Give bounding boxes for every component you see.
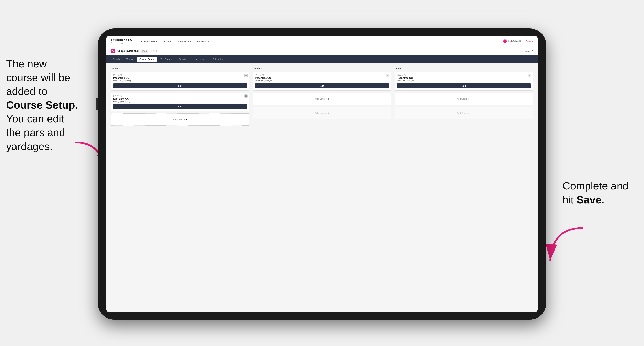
add-course-r1-label: Add Course (173, 118, 185, 121)
round-3-header: Round 3 (394, 67, 533, 70)
round-1-header: Round 1 (111, 67, 250, 70)
annotation-line3: added to (6, 85, 47, 97)
course-a-r1-delete[interactable]: ⊟ (244, 74, 248, 77)
navbar-links: TOURNAMENTS TEAMS COMMITTEE RANKINGS (138, 40, 503, 42)
course-b-r1-delete[interactable]: ⊟ (244, 94, 248, 98)
user-email: blair@clippd.io (508, 40, 522, 42)
add-course-r2-label: Add Course (315, 98, 327, 100)
course-b-r1-edit[interactable]: Edit (113, 104, 247, 109)
course-b-r1-tee: Black (M) (6891 yds) (113, 101, 247, 103)
course-card-a-r2: (Course A) Peachtree GC Yellow (M) (6629… (253, 72, 391, 91)
user-avatar (503, 39, 507, 43)
cancel-area[interactable]: Cancel ✕ (524, 50, 533, 52)
add-course-r3-plus: + (469, 97, 471, 100)
annotation-line2: course will be (6, 72, 70, 83)
annotation-line1: The new (6, 58, 47, 70)
tab-results[interactable]: Results (176, 57, 189, 62)
add-course-r3-disabled-label: Add Course (457, 112, 468, 114)
tablet-device: SCOREBOARD Powered by clippd TOURNAMENTS… (98, 28, 546, 320)
course-a-r3-edit[interactable]: Edit (397, 83, 531, 88)
add-course-r3-disabled-plus: + (469, 112, 471, 115)
brand: SCOREBOARD Powered by clippd (111, 39, 132, 44)
tournament-logo: C (111, 49, 115, 53)
annotation-right-line1: Complete and (562, 180, 628, 192)
nav-tournaments[interactable]: TOURNAMENTS (138, 40, 157, 42)
round-1-column: Round 1 (Course A) Peachtree GC Yellow (… (111, 67, 250, 128)
course-b-r1-label: (Course B) (113, 95, 247, 97)
course-a-r3-delete[interactable]: ⊟ (528, 74, 531, 77)
annotation-bold: Course Setup. (6, 99, 78, 111)
course-card-a-r3: (Course A) Peachtree GC Yellow (M) (6629… (394, 72, 533, 91)
course-a-r1-label: (Course A) (113, 74, 247, 76)
navbar: SCOREBOARD Powered by clippd TOURNAMENTS… (106, 36, 538, 47)
annotation-line6: yardages. (6, 141, 52, 152)
brand-name: SCOREBOARD (111, 39, 132, 42)
add-course-r1[interactable]: Add Course + (111, 113, 250, 126)
round-2-header: Round 2 (253, 67, 391, 70)
course-b-r1-name: East Lake GC (113, 97, 247, 100)
hosting-status: Hosting (150, 50, 157, 52)
course-card-b-r1: (Course B) East Lake GC Black (M) (6891 … (111, 93, 250, 111)
add-course-r2-disabled: Add Course + (253, 107, 391, 119)
course-a-r3-label: (Course A) (397, 74, 531, 76)
add-course-r2-plus: + (328, 97, 329, 100)
course-a-r2-delete[interactable]: ⊟ (386, 74, 390, 77)
tab-tee-groups[interactable]: Tee Groups (158, 57, 175, 62)
right-annotation: Complete and hit Save. (562, 179, 638, 207)
tab-printables[interactable]: Printables (210, 57, 226, 62)
course-a-r2-edit[interactable]: Edit (255, 83, 389, 88)
course-a-r3-tee: Yellow (M) (6629 yds) (397, 80, 531, 82)
tournament-info: C Clippd Invitational (Men) Hosting (111, 49, 157, 53)
tournament-name: Clippd Invitational (118, 50, 138, 52)
add-course-r3-disabled: Add Course + (394, 107, 533, 119)
sub-navigation: Details Teams Course Setup Tee Groups Re… (106, 55, 538, 63)
sign-out-link[interactable]: Sign out (526, 40, 533, 42)
add-course-r2-disabled-label: Add Course (315, 112, 327, 114)
add-course-r3-label: Add Course (457, 98, 468, 100)
annotation-right-line2: hit (562, 194, 576, 205)
main-content: Round 1 (Course A) Peachtree GC Yellow (… (106, 63, 538, 312)
course-a-r1-tee: Yellow (M) (6629 yds) (113, 80, 247, 82)
cancel-label: Cancel (524, 50, 530, 52)
tab-leaderboards[interactable]: Leaderboards (190, 57, 209, 62)
arrow-right-icon (542, 224, 587, 269)
course-a-r2-name: Peachtree GC (255, 77, 389, 79)
add-course-r3[interactable]: Add Course + (394, 93, 533, 105)
annotation-line5: the pars and (6, 127, 65, 138)
rounds-grid: Round 1 (Course A) Peachtree GC Yellow (… (111, 67, 533, 128)
course-a-r3-name: Peachtree GC (397, 77, 531, 79)
course-a-r1-edit[interactable]: Edit (113, 83, 247, 88)
brand-sub: Powered by clippd (111, 42, 132, 44)
annotation-right-bold: Save. (576, 194, 604, 205)
tab-details[interactable]: Details (110, 57, 123, 62)
nav-separator: | (524, 40, 524, 42)
add-course-r2[interactable]: Add Course + (253, 93, 391, 105)
nav-rankings[interactable]: RANKINGS (197, 40, 209, 42)
course-a-r2-label: (Course A) (255, 74, 389, 76)
tablet-screen: SCOREBOARD Powered by clippd TOURNAMENTS… (106, 36, 538, 312)
course-card-a-r1: (Course A) Peachtree GC Yellow (M) (6629… (111, 72, 250, 91)
nav-committee[interactable]: COMMITTEE (177, 40, 191, 42)
nav-teams[interactable]: TEAMS (163, 40, 171, 42)
cancel-icon: ✕ (531, 50, 533, 52)
tab-teams[interactable]: Teams (124, 57, 136, 62)
course-a-r2-tee: Yellow (M) (6629 yds) (255, 80, 389, 82)
tablet-button (96, 98, 98, 110)
round-3-column: Round 3 (Course A) Peachtree GC Yellow (… (394, 67, 533, 128)
tournament-banner: C Clippd Invitational (Men) Hosting Canc… (106, 47, 538, 55)
course-a-r1-name: Peachtree GC (113, 77, 247, 79)
annotation-line4: You can edit (6, 113, 64, 125)
navbar-right: blair@clippd.io | Sign out (503, 39, 533, 43)
tab-course-setup[interactable]: Course Setup (136, 57, 157, 62)
add-course-r2-disabled-plus: + (328, 112, 329, 115)
add-course-r1-plus: + (186, 118, 187, 121)
round-2-column: Round 2 (Course A) Peachtree GC Yellow (… (253, 67, 391, 128)
tournament-gender: (Men) (140, 50, 148, 52)
